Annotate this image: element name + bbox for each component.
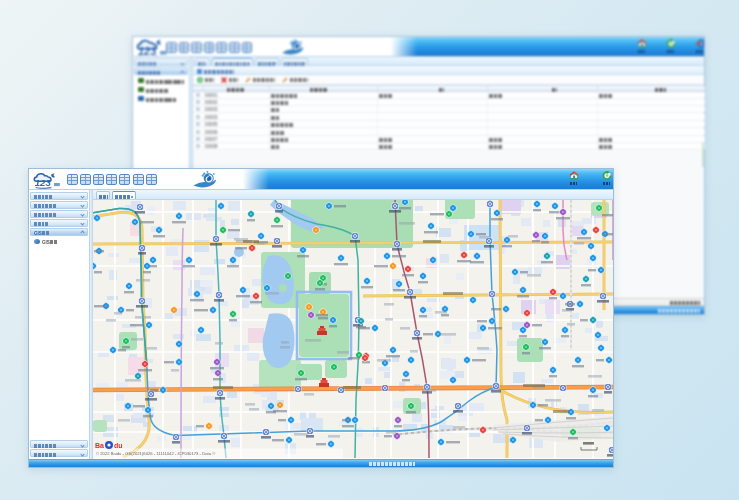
svg-text:© 2022 Baidu - GS(2021)6026 -: © 2022 Baidu - GS(2021)6026 - 11111042 -… xyxy=(96,451,216,456)
svg-text:123: 123 xyxy=(138,45,156,57)
svg-text:123: 123 xyxy=(35,177,52,188)
svg-text:du: du xyxy=(114,442,123,449)
svg-text:Ba: Ba xyxy=(95,442,104,449)
